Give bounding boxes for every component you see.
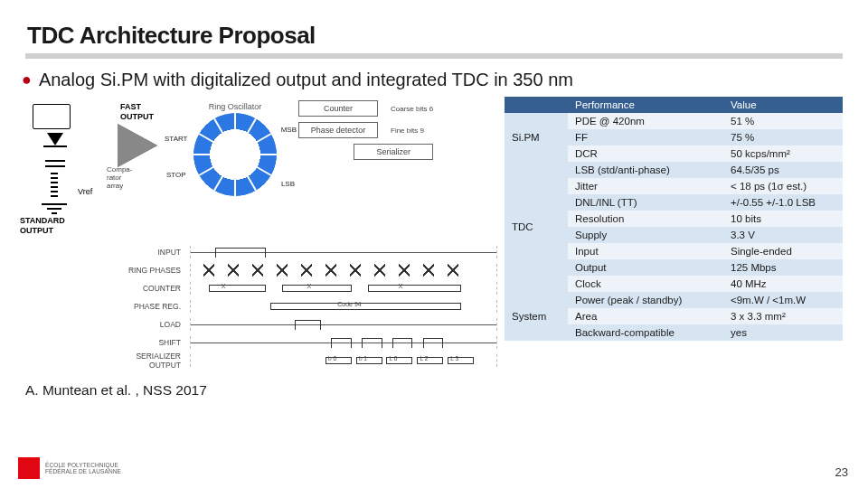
table-row: SystemPower (peak / standby)<9m.W / <1m.… xyxy=(505,292,843,308)
phase-detector-block: Phase detector xyxy=(298,122,378,138)
table-head-performance: Performance xyxy=(568,97,723,113)
table-cell-value: 3.3 V xyxy=(723,227,843,243)
table-cell-name: Output xyxy=(568,259,723,276)
table-group-label: TDC xyxy=(505,162,568,292)
table-row: TDCLSB (std/anti-phase)64.5/35 ps xyxy=(505,162,843,178)
table-cell-value: <9m.W / <1m.W xyxy=(723,292,843,308)
slide-title: TDC Architecture Proposal xyxy=(27,22,843,50)
ring-icon: START STOP MSB LSB xyxy=(193,113,277,196)
table-row: Si.PMPDE @ 420nm51 % xyxy=(505,113,843,129)
timing-label: SERIALIZER OUTPUT xyxy=(108,352,181,370)
comparator-label: Compa-ratorarray xyxy=(107,165,132,190)
table-cell-name: Backward-compatible xyxy=(568,324,723,341)
block-chain: Counter Coarse bits 6 Phase detector Fin… xyxy=(298,100,433,160)
table-cell-value: 3 x 3.3 mm² xyxy=(723,308,843,324)
title-rule xyxy=(25,53,843,59)
diagram-column: FASTOUTPUT STANDARDOUTPUT Vref Compa-rat… xyxy=(25,100,495,370)
standard-output-label: STANDARDOUTPUT xyxy=(20,216,65,236)
table-cell-value: Single-ended xyxy=(723,243,843,259)
table-cell-value: 50 kcps/mm² xyxy=(723,145,843,162)
table-cell-name: LSB (std/anti-phase) xyxy=(568,162,723,178)
table-cell-name: Clock xyxy=(568,276,723,292)
start-label: START xyxy=(165,135,187,143)
table-cell-name: Jitter xyxy=(568,178,723,194)
timing-label: INPUT xyxy=(108,248,181,257)
slide: TDC Architecture Proposal ● Analog Si.PM… xyxy=(0,0,868,488)
timing-diagram: INPUT RING PHASES COUNTER X X xyxy=(108,243,497,370)
stop-label: STOP xyxy=(166,171,186,179)
epfl-logo-text: ÉCOLE POLYTECHNIQUE FÉDÉRALE DE LAUSANNE xyxy=(45,462,121,475)
epfl-logo: ÉCOLE POLYTECHNIQUE FÉDÉRALE DE LAUSANNE xyxy=(18,457,121,479)
timing-label: PHASE REG. xyxy=(108,302,181,311)
msb-label: MSB xyxy=(281,126,297,134)
timing-label: COUNTER xyxy=(108,284,181,293)
page-number: 23 xyxy=(835,465,848,479)
performance-table: Performance Value Si.PMPDE @ 420nm51 %FF… xyxy=(505,97,843,341)
table-cell-name: Area xyxy=(568,308,723,324)
bullet-text: Analog Si.PM with digitalized output and… xyxy=(39,68,573,91)
table-cell-name: DNL/INL (TT) xyxy=(568,194,723,211)
table-cell-value: 64.5/35 ps xyxy=(723,162,843,178)
epfl-logo-icon xyxy=(18,457,40,479)
serializer-block: Serializer xyxy=(354,144,433,160)
table-head-value: Value xyxy=(723,97,843,113)
table-head-blank xyxy=(505,97,568,113)
table-cell-value: +/-0.55 +/-1.0 LSB xyxy=(723,194,843,211)
bullet-line: ● Analog Si.PM with digitalized output a… xyxy=(20,68,843,91)
frontend-schematic: FASTOUTPUT STANDARDOUTPUT Vref xyxy=(25,100,107,236)
table-cell-value: yes xyxy=(723,324,843,341)
bullet-icon: ● xyxy=(22,68,32,91)
comparator-array: Compa-ratorarray xyxy=(112,111,175,211)
table-cell-name: Resolution xyxy=(568,211,723,227)
table-cell-name: PDE @ 420nm xyxy=(568,113,723,129)
counter-block: Counter xyxy=(298,100,378,117)
table-cell-value: 125 Mbps xyxy=(723,259,843,276)
ring-oscillator-label: Ring Oscillator xyxy=(181,102,289,111)
table-cell-name: Supply xyxy=(568,227,723,243)
timing-label: RING PHASES xyxy=(108,266,181,275)
table-cell-name: Power (peak / standby) xyxy=(568,292,723,308)
ring-oscillator: Ring Oscillator START STOP MSB LSB xyxy=(181,100,289,218)
table-cell-value: 51 % xyxy=(723,113,843,129)
table-cell-value: 75 % xyxy=(723,129,843,145)
table-cell-name: DCR xyxy=(568,145,723,162)
citation: A. Muntean et al. , NSS 2017 xyxy=(25,382,843,399)
table-cell-value: 40 MHz xyxy=(723,276,843,292)
timing-label: LOAD xyxy=(108,320,181,329)
block-diagram: FASTOUTPUT STANDARDOUTPUT Vref Compa-rat… xyxy=(25,100,495,236)
table-group-label: System xyxy=(505,292,568,341)
vref-label: Vref xyxy=(78,187,92,196)
table-cell-name: FF xyxy=(568,129,723,145)
timing-label: SHIFT xyxy=(108,338,181,347)
performance-table-wrap: Performance Value Si.PMPDE @ 420nm51 %FF… xyxy=(505,100,843,341)
lsb-label: LSB xyxy=(281,180,295,188)
table-cell-name: Input xyxy=(568,243,723,259)
table-cell-value: 10 bits xyxy=(723,211,843,227)
table-group-label: Si.PM xyxy=(505,113,568,162)
body-row: FASTOUTPUT STANDARDOUTPUT Vref Compa-rat… xyxy=(25,100,843,370)
table-cell-value: < 18 ps (1σ est.) xyxy=(723,178,843,194)
